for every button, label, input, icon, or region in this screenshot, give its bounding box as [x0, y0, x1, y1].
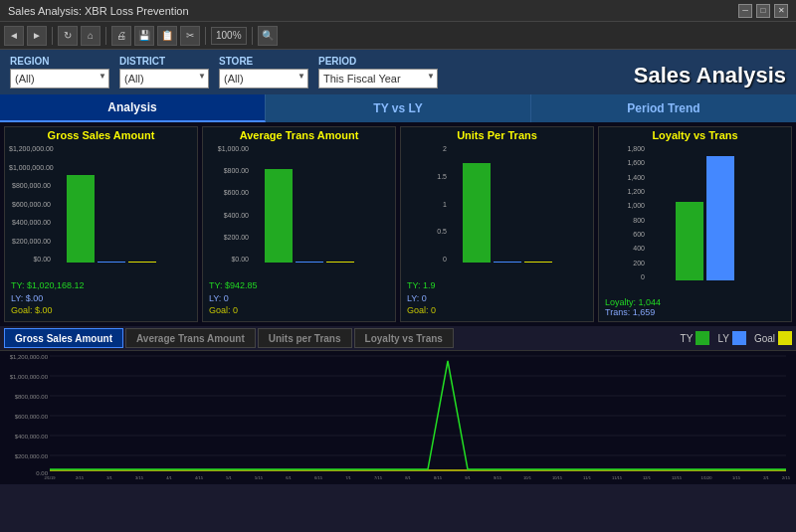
gross-sales-chart-area: $1,200,000.00 $1,000,000.00 $800,000.00 …	[7, 143, 195, 277]
svg-text:1/1/20: 1/1/20	[700, 475, 712, 480]
print-icon[interactable]: 🖨	[111, 26, 131, 46]
main-tabs: Analysis TY vs LY Period Trend	[0, 94, 796, 122]
page-title: Sales Analysis	[634, 63, 786, 89]
avg-trans-ly: LY: 0	[209, 292, 389, 305]
gross-sales-stats: TY: $1,020,168.12 LY: $.00 Goal: $.00	[7, 277, 195, 319]
avg-trans-stats: TY: $942.85 LY: 0 Goal: 0	[205, 277, 393, 319]
svg-text:$600,000.00: $600,000.00	[15, 414, 49, 420]
toolbar-separator2	[105, 27, 106, 45]
store-select[interactable]: (All)	[219, 69, 308, 89]
bottom-tab-avg-trans[interactable]: Average Trans Amount	[125, 328, 256, 348]
svg-text:$800,000.00: $800,000.00	[15, 394, 49, 400]
units-per-trans-ty: TY: 1.9	[407, 279, 587, 292]
loyalty-vs-trans-title: Loyalty vs Trans	[601, 129, 789, 141]
charts-area: Gross Sales Amount $1,200,000.00 $1,000,…	[0, 122, 796, 326]
svg-text:3/1: 3/1	[106, 475, 112, 480]
loyalty-trans-value: Trans: 1,659	[605, 307, 785, 317]
save-icon[interactable]: 💾	[134, 26, 154, 46]
avg-trans-goal: Goal: 0	[209, 304, 389, 317]
trend-svg: $1,200,000.00 $1,000,000.00 $800,000.00 …	[0, 351, 796, 480]
svg-text:10/1: 10/1	[523, 475, 532, 480]
loyalty-bar-blue	[706, 156, 734, 280]
units-per-trans-chart: Units Per Trans 2 1.5 1 0.5 0 TY: 1.9 LY…	[400, 126, 594, 322]
avg-trans-chart: Average Trans Amount $1,000.00 $800.00 $…	[202, 126, 396, 322]
svg-text:6/1: 6/1	[286, 475, 292, 480]
gross-sales-y-axis: $1,200,000.00 $1,000,000.00 $800,000.00 …	[9, 145, 51, 263]
district-select[interactable]: (All)	[119, 69, 209, 89]
bottom-tab-gross-sales[interactable]: Gross Sales Amount	[4, 328, 123, 348]
legend-ty: TY	[681, 331, 710, 345]
period-select[interactable]: This Fiscal Year	[318, 69, 438, 89]
gross-sales-bar-goal	[128, 262, 156, 263]
tab-ty-vs-ly[interactable]: TY vs LY	[266, 94, 531, 122]
units-per-trans-y-axis: 2 1.5 1 0.5 0	[405, 145, 447, 263]
units-per-trans-goal: Goal: 0	[407, 304, 587, 317]
period-select-wrap: This Fiscal Year	[318, 69, 438, 89]
window-controls: ─ □ ✕	[738, 4, 788, 18]
gross-sales-chart: Gross Sales Amount $1,200,000.00 $1,000,…	[4, 126, 198, 322]
title-bar: Sales Analysis: XBR Loss Prevention ─ □ …	[0, 0, 796, 22]
gross-sales-ly: LY: $.00	[11, 292, 191, 305]
units-per-trans-bar-goal	[524, 262, 552, 263]
store-label: STORE	[219, 56, 308, 67]
period-filter: PERIOD This Fiscal Year	[318, 56, 438, 89]
period-label: PERIOD	[318, 56, 438, 67]
bottom-tab-units-trans[interactable]: Units per Trans	[258, 328, 352, 348]
svg-text:8/15: 8/15	[434, 475, 443, 480]
svg-text:6/15: 6/15	[314, 475, 323, 480]
district-filter: DISTRICT (All)	[119, 56, 209, 89]
loyalty-stats: Loyalty: 1,044 Trans: 1,659	[601, 295, 789, 319]
avg-trans-bar-ty	[265, 169, 293, 264]
copy-icon[interactable]: 📋	[157, 26, 177, 46]
store-filter: STORE (All)	[219, 56, 308, 89]
svg-text:2/15: 2/15	[76, 475, 85, 480]
avg-trans-y-axis: $1,000.00 $800.00 $600.00 $400.00 $200.0…	[207, 145, 249, 263]
zoom-level: 100%	[211, 27, 247, 45]
minimize-button[interactable]: ─	[738, 4, 752, 18]
refresh-icon[interactable]: ↻	[58, 26, 78, 46]
maximize-button[interactable]: □	[756, 4, 770, 18]
toolbar: ◄ ► ↻ ⌂ 🖨 💾 📋 ✂ 100% 🔍	[0, 22, 796, 50]
gross-sales-bar-ly	[98, 262, 125, 263]
units-per-trans-stats: TY: 1.9 LY: 0 Goal: 0	[403, 277, 591, 319]
gross-sales-goal: Goal: $.00	[11, 304, 191, 317]
avg-trans-title: Average Trans Amount	[205, 129, 393, 141]
units-per-trans-bar-ty	[463, 163, 491, 263]
region-select[interactable]: (All)	[10, 69, 109, 89]
region-label: REGION	[10, 56, 109, 67]
forward-icon[interactable]: ►	[27, 26, 47, 46]
gross-sales-bar-ty	[67, 175, 95, 264]
svg-text:4/15: 4/15	[195, 475, 204, 480]
svg-text:3/15: 3/15	[135, 475, 144, 480]
tab-period-trend[interactable]: Period Trend	[531, 94, 796, 122]
avg-trans-bars	[250, 145, 368, 263]
back-icon[interactable]: ◄	[4, 26, 24, 46]
legend-ly-box	[732, 331, 746, 345]
avg-trans-bar-goal	[326, 262, 354, 263]
units-per-trans-bar-ly	[494, 262, 521, 263]
svg-text:12/1: 12/1	[643, 475, 652, 480]
svg-text:7/1: 7/1	[345, 475, 351, 480]
legend-ly: LY	[717, 331, 746, 345]
loyalty-loyalty-value: Loyalty: 1,044	[605, 297, 785, 307]
region-select-wrap: (All)	[10, 69, 109, 89]
svg-text:10/15: 10/15	[552, 475, 563, 480]
legend: TY LY Goal	[681, 331, 792, 345]
units-per-trans-ly: LY: 0	[407, 292, 587, 305]
legend-goal-box	[778, 331, 792, 345]
home-icon[interactable]: ⌂	[81, 26, 100, 46]
svg-text:2/15: 2/15	[782, 475, 791, 480]
svg-text:$200,000.00: $200,000.00	[15, 453, 49, 459]
svg-text:$1,000,000.00: $1,000,000.00	[10, 374, 49, 380]
svg-text:4/1: 4/1	[166, 475, 172, 480]
loyalty-vs-trans-y-axis: 1,800 1,600 1,400 1,200 1,000 800 600 40…	[603, 145, 645, 280]
loyalty-bar-green	[676, 202, 703, 280]
tab-analysis[interactable]: Analysis	[0, 94, 266, 122]
cut-icon[interactable]: ✂	[180, 26, 200, 46]
zoom-out-icon[interactable]: 🔍	[258, 26, 278, 46]
svg-text:$1,200,000.00: $1,200,000.00	[10, 354, 49, 360]
svg-text:5/1: 5/1	[226, 475, 232, 480]
close-button[interactable]: ✕	[774, 4, 788, 18]
bottom-tab-loyalty-trans[interactable]: Loyalty vs Trans	[354, 328, 454, 348]
toolbar-separator3	[205, 27, 206, 45]
